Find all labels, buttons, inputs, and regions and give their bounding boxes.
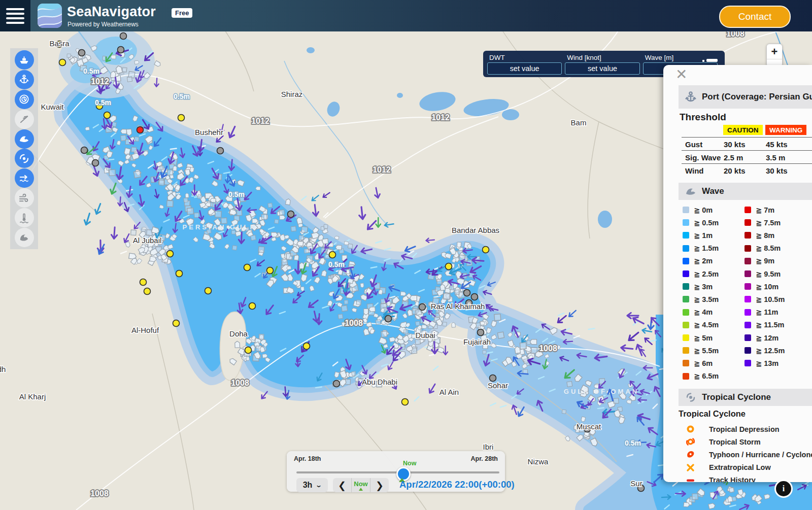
port-marker[interactable] (144, 288, 151, 295)
port-marker[interactable] (205, 288, 212, 294)
port-marker[interactable] (118, 47, 124, 53)
port-marker[interactable] (245, 347, 252, 354)
tool-wind-gust[interactable] (15, 188, 34, 208)
port-marker[interactable] (483, 247, 489, 253)
port-marker[interactable] (402, 399, 409, 405)
city-label: Bandar Abbas (452, 226, 499, 234)
port-marker[interactable] (59, 59, 66, 66)
legend-label: ≧ 2m (694, 257, 713, 265)
port-marker[interactable] (471, 294, 478, 300)
set-value-button[interactable]: set value (487, 62, 562, 75)
port-marker[interactable] (303, 343, 310, 350)
tool-wave[interactable] (15, 129, 34, 149)
legend-label: ≧ 3m (694, 283, 713, 291)
zoom-in-button[interactable]: + (767, 44, 782, 59)
port-section-header[interactable]: Port (Coverage: Persian Gulf & Vicinity) (679, 85, 812, 109)
menu-icon[interactable] (0, 0, 30, 31)
legend-color-chip (745, 347, 751, 354)
wave-legend-item: ≧ 1m (683, 229, 713, 242)
map-zoom-control: + (766, 44, 783, 67)
port-marker[interactable] (490, 375, 496, 382)
port-marker[interactable] (385, 316, 392, 322)
cyclone-item-label: Typhoon / Hurricane / Cyclone (709, 451, 812, 459)
port-marker[interactable] (167, 251, 174, 257)
wave-section-header[interactable]: Wave (679, 183, 812, 200)
tool-vessel[interactable] (15, 50, 34, 70)
threshold-value: 30 kts (766, 166, 788, 175)
close-icon[interactable]: ✕ (675, 66, 687, 83)
port-marker[interactable] (329, 252, 336, 258)
step-forward-button[interactable]: ❯ (370, 478, 389, 492)
isobar-label: 1008 (539, 344, 557, 353)
tropical-cyclone-icon (18, 153, 30, 164)
legend-label: ≧ 5.5m (694, 347, 719, 355)
plan-badge: Free (172, 8, 192, 18)
port-marker[interactable] (288, 211, 294, 218)
legend-color-chip (683, 334, 689, 341)
contact-button[interactable]: Contact (719, 6, 791, 28)
tool-storm-surge[interactable] (15, 228, 34, 247)
city-label: Ras Al Khaimah (431, 302, 485, 311)
city-label: Al Kharj (19, 392, 46, 401)
filter-field-dwt: DWTset value (487, 53, 562, 75)
port-marker[interactable] (137, 127, 144, 133)
port-marker[interactable] (104, 112, 111, 119)
set-value-button[interactable]: set value (565, 62, 639, 75)
tool-port-congestion[interactable] (15, 90, 34, 109)
table-divider (682, 163, 812, 164)
legend-color-chip (683, 258, 689, 264)
legend-label: ≧ 7.5m (756, 219, 781, 227)
filter-label: Wind [knot] (567, 54, 639, 61)
app-logo-icon[interactable] (38, 4, 62, 28)
port-marker[interactable] (81, 147, 88, 154)
wave-legend-item: ≧ 2.5m (683, 267, 719, 280)
city-label: Bam (571, 118, 587, 127)
port-marker[interactable] (478, 329, 484, 336)
port-marker[interactable] (120, 33, 127, 40)
city-label: Al Ain (439, 388, 459, 396)
table-divider (682, 137, 812, 138)
port-marker[interactable] (267, 267, 274, 274)
port-marker[interactable] (92, 160, 99, 166)
tropical-depression-icon (686, 425, 695, 433)
legend-label: ≧ 2.5m (694, 270, 719, 278)
city-label: Muscat (577, 422, 601, 431)
port-marker[interactable] (244, 264, 251, 271)
app-title: SeaNavigator (67, 4, 156, 20)
legend-color-chip (745, 334, 751, 341)
tool-port[interactable] (15, 70, 34, 89)
cyclone-section-header[interactable]: Tropical Cyclone (679, 389, 812, 406)
tool-wind-barb[interactable] (15, 110, 34, 129)
wave-legend-item: ≧ 4.5m (683, 319, 719, 331)
port-marker[interactable] (464, 290, 470, 296)
port-marker[interactable] (249, 303, 256, 310)
tool-tropical-cyclone[interactable] (15, 149, 34, 168)
port-marker[interactable] (178, 115, 185, 121)
filter-field-wind-knot-: Wind [knot]set value (565, 53, 639, 75)
tool-sea-temperature[interactable] (15, 208, 34, 227)
port-marker[interactable] (140, 279, 147, 286)
tool-current[interactable] (15, 168, 34, 188)
now-marker-label: Now (403, 460, 416, 467)
port-marker[interactable] (446, 263, 452, 270)
info-button[interactable]: i (774, 480, 793, 498)
port-marker[interactable] (176, 270, 183, 277)
isobar-label: 1012 (431, 113, 450, 122)
port-marker[interactable] (419, 304, 426, 311)
go-to-now-button[interactable]: Now (351, 478, 370, 492)
step-back-button[interactable]: ❮ (333, 478, 351, 492)
wave-legend-item: ≧ 3.5m (683, 293, 719, 305)
wave-legend-item: ≧ 11.5m (745, 319, 785, 331)
port-marker[interactable] (333, 381, 340, 387)
legend-label: ≧ 9.5m (756, 270, 781, 278)
port-marker[interactable] (217, 148, 224, 154)
interval-select[interactable]: 3h ⌄ (296, 478, 328, 492)
port-marker[interactable] (79, 50, 85, 56)
legend-label: ≧ 13m (756, 359, 779, 367)
city-label: Sohar (488, 381, 508, 390)
cyclone-item-label: Track History (709, 476, 756, 482)
port-marker[interactable] (173, 320, 180, 327)
legend-color-chip (745, 245, 751, 252)
collapse-filterbar-icon[interactable] (702, 59, 718, 63)
wave-legend-item: ≧ 5.5m (683, 344, 719, 357)
